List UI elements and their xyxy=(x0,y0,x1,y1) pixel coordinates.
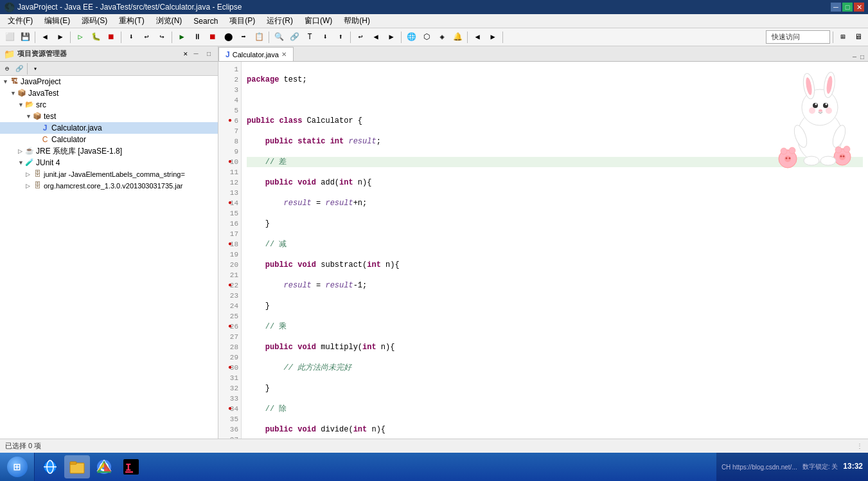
toolbar-forward-button[interactable]: ▶ xyxy=(384,30,398,44)
toolbar-arrow-fwd-button[interactable]: ▶ xyxy=(486,30,500,44)
toolbar-hexagon-button[interactable]: ⬡ xyxy=(420,30,434,44)
tree-label-jre: JRE 系统库 [JavaSE-1.8] xyxy=(36,146,122,157)
tab-maximize-button[interactable]: □ xyxy=(859,54,865,61)
tree-label-junit-jar: junit.jar -JavaElementLabels_comma_strin… xyxy=(44,170,185,178)
sidebar-maximize-button[interactable]: □ xyxy=(204,49,214,59)
main-area: 📁 项目资源管理器 ✕ ─ □ ⊖ 🔗 ▾ ▼ 🏗 JavaProject ▼ xyxy=(0,46,868,439)
quick-access-label[interactable]: 快速访问 xyxy=(766,30,830,44)
code-content[interactable]: package test; public class Calculator { … xyxy=(242,62,868,439)
toolbar-sep-9 xyxy=(502,32,503,43)
line-30: 30 xyxy=(218,363,241,373)
editor-tabs: J Calculator.java ✕ ─ □ xyxy=(218,46,868,62)
toolbar-step-ret-button[interactable]: ↪ xyxy=(155,30,169,44)
toolbar-drop-frame-button[interactable]: ⬤ xyxy=(221,30,235,44)
toolbar-instruct-button[interactable]: 📋 xyxy=(252,30,266,44)
toolbar-last-edit-button[interactable]: ↩ xyxy=(353,30,368,44)
menu-search[interactable]: Search xyxy=(188,15,223,27)
toolbar-back-button[interactable]: ◀ xyxy=(369,30,383,44)
toolbar-prev-button[interactable]: ◀ xyxy=(38,30,52,44)
title-bar-text: JavaProject - Java EE - JavaTest/src/tes… xyxy=(17,3,242,12)
menu-project[interactable]: 项目(P) xyxy=(224,14,260,28)
tree-javatest[interactable]: ▼ 📦 JavaTest xyxy=(0,87,218,99)
menu-source[interactable]: 源码(S) xyxy=(76,14,112,28)
menu-navigate[interactable]: 浏览(N) xyxy=(151,14,188,28)
toolbar-save-button[interactable]: 💾 xyxy=(18,30,32,44)
toolbar-grid-button[interactable]: ⊞ xyxy=(836,30,850,44)
tree-test[interactable]: ▼ 📦 test xyxy=(0,111,218,122)
toolbar-prev-annot-button[interactable]: ⬆ xyxy=(333,30,348,44)
toolbar-stop-button[interactable]: ⏹ xyxy=(104,30,118,44)
tree-jre[interactable]: ▷ ☕ JRE 系统库 [JavaSE-1.8] xyxy=(0,145,218,157)
menu-help[interactable]: 帮助(H) xyxy=(339,14,375,28)
toolbar-step-over-button[interactable]: ↩ xyxy=(139,30,154,44)
taskbar-chrome-button[interactable] xyxy=(91,455,117,478)
title-bar-controls: ─ □ ✕ xyxy=(831,3,864,12)
toolbar-suspend-button[interactable]: ⏸ xyxy=(190,30,204,44)
tree-junit4[interactable]: ▼ 🧪 JUnit 4 xyxy=(0,157,218,168)
line-13: 13 xyxy=(218,188,241,198)
sidebar-menu-button[interactable]: ▾ xyxy=(30,63,41,75)
toolbar-use-step-button[interactable]: ➡ xyxy=(236,30,251,44)
sidebar-minimize-button[interactable]: ─ xyxy=(191,49,201,59)
tree-arrow-test: ▼ xyxy=(26,113,32,120)
tab-minimize-button[interactable]: ─ xyxy=(851,54,858,61)
line-26: 26 xyxy=(218,322,241,332)
tree-junit-jar[interactable]: ▷ 🗄 junit.jar -JavaElementLabels_comma_s… xyxy=(0,168,218,180)
code-line-3: public class Calculator { xyxy=(247,116,863,126)
line-15: 15 xyxy=(218,208,241,219)
menu-run[interactable]: 运行(R) xyxy=(261,14,298,28)
line-32: 32 xyxy=(218,383,241,394)
tree-calculator-java[interactable]: ▷ J Calculator.java xyxy=(0,122,218,134)
line-21: 21 xyxy=(218,270,241,280)
menu-edit[interactable]: 编辑(E) xyxy=(39,14,75,28)
tree-javaproject[interactable]: ▼ 🏗 JavaProject xyxy=(0,76,218,87)
toolbar-next-button[interactable]: ▶ xyxy=(53,30,67,44)
line-28: 28 xyxy=(218,342,241,352)
toolbar-arrow-back-button[interactable]: ◀ xyxy=(470,30,484,44)
toolbar-search-button[interactable]: 🔍 xyxy=(272,30,286,44)
maximize-button[interactable]: □ xyxy=(842,3,853,12)
code-line-1: package test; xyxy=(247,75,863,85)
toolbar-bell-button[interactable]: 🔔 xyxy=(450,30,465,44)
toolbar-resume-button[interactable]: ▶ xyxy=(175,30,189,44)
sidebar-header: 📁 项目资源管理器 ✕ ─ □ xyxy=(0,46,218,62)
toolbar-next-annot-button[interactable]: ⬇ xyxy=(318,30,332,44)
toolbar-sep-4 xyxy=(172,32,172,43)
close-button[interactable]: ✕ xyxy=(854,3,864,12)
toolbar-run-button[interactable]: ▷ xyxy=(73,30,87,44)
toolbar-open-type-button[interactable]: T xyxy=(303,30,317,44)
toolbar-terminate-button[interactable]: ⏹ xyxy=(206,30,220,44)
tree-hamcrest-jar[interactable]: ▷ 🗄 org.hamcrest.core_1.3.0.v20130303173… xyxy=(0,180,218,192)
menu-file[interactable]: 文件(F) xyxy=(3,14,38,28)
tree-label-test: test xyxy=(44,112,56,121)
taskbar-status-text: CH https://blog.csdn.net/... xyxy=(722,464,797,471)
code-line-8: } xyxy=(247,219,863,229)
taskbar-ie-button[interactable] xyxy=(37,455,63,478)
editor-tab-calculator[interactable]: J Calculator.java ✕ xyxy=(218,47,294,61)
toolbar-web-button[interactable]: 🌐 xyxy=(404,30,418,44)
toolbar-new-button[interactable]: ⬜ xyxy=(3,30,17,44)
menu-window[interactable]: 窗口(W) xyxy=(299,14,337,28)
taskbar-idea-button[interactable]: I xyxy=(118,455,144,478)
taskbar-explorer-button[interactable] xyxy=(64,455,90,478)
tree-arrow-jre: ▷ xyxy=(18,148,24,154)
taskbar-right: CH https://blog.csdn.net/... 数字锁定: 关 13:… xyxy=(716,453,868,481)
project-icon: 🏗 xyxy=(9,77,19,86)
toolbar-perspective-button[interactable]: 🖥 xyxy=(851,30,865,44)
tab-close-button[interactable]: ✕ xyxy=(281,51,287,58)
toolbar-step-into-button[interactable]: ⬇ xyxy=(124,30,138,44)
code-line-18: public void divide(int n){ xyxy=(247,424,863,435)
code-editor[interactable]: 1 2 3 4 5 6 7 8 9 10 11 12 13 14 15 16 1… xyxy=(218,62,868,439)
clock-time: 13:32 xyxy=(843,462,863,472)
toolbar-debug-button[interactable]: 🐛 xyxy=(89,30,103,44)
start-button[interactable]: ⊞ xyxy=(0,453,35,481)
code-line-14: public void multiply(int n){ xyxy=(247,342,863,352)
toolbar-diamond-button[interactable]: ◈ xyxy=(435,30,449,44)
tree-calculator-class[interactable]: ▷ C Calculator xyxy=(0,134,218,145)
tree-src[interactable]: ▼ 📂 src xyxy=(0,99,218,111)
minimize-button[interactable]: ─ xyxy=(831,3,841,12)
link-with-editor-button[interactable]: 🔗 xyxy=(13,63,25,75)
collapse-all-button[interactable]: ⊖ xyxy=(1,63,13,75)
toolbar-ref-button[interactable]: 🔗 xyxy=(287,30,301,44)
menu-refactor[interactable]: 重构(T) xyxy=(114,14,149,28)
